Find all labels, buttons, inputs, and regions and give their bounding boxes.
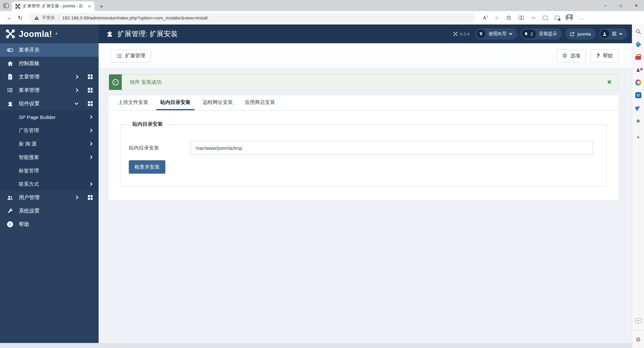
page-title-text: 扩展管理: 扩展安装 bbox=[117, 29, 178, 39]
alert-message: 组件 安装成功. bbox=[130, 79, 163, 85]
sidebar-subitem-banners[interactable]: 广告管理 bbox=[0, 124, 99, 137]
new-tab-button[interactable]: ＋ bbox=[99, 3, 104, 9]
grid-icon[interactable] bbox=[88, 101, 93, 106]
favorite-star-icon[interactable]: ☆ bbox=[492, 13, 502, 22]
outlook-icon[interactable]: O bbox=[632, 89, 644, 102]
tab-close-icon[interactable]: × bbox=[87, 4, 92, 9]
sidebar-item-users[interactable]: 用户管理 bbox=[0, 191, 99, 204]
page-bottom-strip bbox=[0, 343, 632, 348]
sidebar-item-control-panel[interactable]: 控制面板 bbox=[0, 57, 99, 70]
window-maximize-button[interactable]: □ bbox=[613, 0, 629, 11]
joomla-version: 4.3.4 bbox=[453, 32, 470, 37]
sidebar-item-system[interactable]: 系统设置 bbox=[0, 204, 99, 218]
help-label: 帮助 bbox=[603, 53, 613, 59]
list-icon bbox=[116, 53, 122, 59]
url-field[interactable]: 不安全 | 192.168.0.99/administrator/index.p… bbox=[29, 13, 475, 22]
wrench-icon bbox=[7, 208, 13, 214]
extension-manager-button[interactable]: 扩展管理 bbox=[111, 50, 151, 62]
sidebar-item-components[interactable]: 组件设置 bbox=[0, 97, 99, 110]
sidebar-item-label: 文章管理 bbox=[19, 73, 40, 80]
grid-icon[interactable] bbox=[88, 74, 93, 79]
header-actions: 4.3.4 使用向导 2 安装提示 bbox=[453, 28, 627, 40]
check-and-install-button[interactable]: 检查并安装 bbox=[129, 160, 165, 174]
shopping-icon[interactable] bbox=[632, 38, 644, 51]
tools-icon[interactable] bbox=[632, 51, 644, 63]
preview-site-button[interactable]: joomla bbox=[565, 28, 596, 40]
sidebar-subitem-smart-search[interactable]: 智能搜索 bbox=[0, 151, 99, 164]
sidebar-item-menu-toggle[interactable]: 菜单开关 bbox=[0, 43, 99, 57]
refresh-button[interactable]: ↻ bbox=[15, 14, 25, 21]
tab-list-button[interactable] bbox=[0, 0, 12, 11]
puzzle-icon bbox=[7, 101, 13, 107]
window-close-button[interactable]: ✕ bbox=[629, 0, 644, 11]
alert-close-icon[interactable]: × bbox=[607, 78, 611, 86]
chevron-down-icon bbox=[619, 32, 623, 35]
sidebar-subitem-news-feeds[interactable]: 新 闻 源 bbox=[0, 137, 99, 151]
tab-install-from-web[interactable]: 应用商店安装 bbox=[241, 96, 279, 110]
favorites-bar-icon[interactable]: ☆ ≡ bbox=[528, 13, 538, 22]
microsoft-365-icon[interactable] bbox=[632, 76, 644, 89]
chevron-right-icon bbox=[74, 88, 78, 92]
screenshot-icon[interactable]: ✂ bbox=[632, 314, 644, 327]
install-folder-label: 站内目录安装 bbox=[129, 145, 191, 151]
post-install-messages-button[interactable]: 2 安装提示 bbox=[521, 28, 561, 40]
sidebar-subitem-contacts[interactable]: 联系方式 bbox=[0, 177, 99, 191]
sidebar-subitem-sp-page-builder[interactable]: SP Page Builder bbox=[0, 110, 99, 124]
help-button[interactable]: ? 帮助 bbox=[591, 50, 619, 62]
grid-icon[interactable] bbox=[88, 195, 93, 200]
joomla-header: 扩展管理: 扩展安装 4.3.4 使用向导 bbox=[99, 24, 632, 43]
sidebar-settings-icon[interactable]: ⚙ bbox=[632, 333, 644, 346]
split-screen-icon[interactable] bbox=[516, 13, 526, 22]
messages-count-badge: 2 bbox=[530, 32, 533, 37]
list-icon bbox=[7, 87, 13, 93]
search-icon[interactable] bbox=[632, 25, 644, 38]
app-region: Joomla! ® 菜单开关 控制面板 文章管理 bbox=[0, 24, 644, 348]
tab-install-from-folder[interactable]: 站内目录安装 bbox=[156, 96, 195, 110]
tab-title: 扩展管理: 扩展安装 - joomla - 后 bbox=[23, 3, 85, 9]
info-icon bbox=[7, 221, 13, 227]
fieldset-legend: 站内目录安装 bbox=[129, 121, 166, 127]
add-sidebar-item-icon[interactable]: ＋ bbox=[632, 130, 644, 143]
sidebar-subitem-tags[interactable]: 标签管理 bbox=[0, 164, 99, 177]
install-folder-input[interactable] bbox=[191, 141, 593, 155]
sidebar-item-articles[interactable]: 文章管理 bbox=[0, 70, 99, 83]
user-icon bbox=[600, 30, 609, 38]
sidebar-item-label: 控制面板 bbox=[19, 60, 40, 67]
read-aloud-icon[interactable]: A bbox=[480, 13, 490, 22]
window-minimize-button[interactable]: ─ bbox=[598, 0, 613, 11]
grid-icon[interactable] bbox=[88, 88, 93, 93]
sidebar-item-help[interactable]: 帮助 bbox=[0, 218, 99, 231]
drop-icon[interactable] bbox=[632, 102, 644, 114]
browser-address-bar: ← ↻ 不安全 | 192.168.0.99/administrator/ind… bbox=[0, 11, 644, 24]
user-menu-button[interactable]: 我 bbox=[599, 28, 628, 40]
back-button[interactable]: ← bbox=[4, 14, 15, 21]
sidebar-item-label: 用户管理 bbox=[19, 194, 40, 201]
joomla-logo[interactable]: Joomla! ® bbox=[0, 24, 99, 43]
browser-essentials-icon[interactable] bbox=[552, 13, 562, 22]
profile-avatar[interactable] bbox=[564, 13, 574, 22]
collections-icon[interactable] bbox=[540, 13, 550, 22]
tab-install-from-url[interactable]: 远程网址安装 bbox=[199, 96, 237, 110]
guided-tour-label: 使用向导 bbox=[488, 31, 506, 37]
browser-tab[interactable]: 扩展管理: 扩展安装 - joomla - 后 × bbox=[12, 1, 95, 11]
extensions-icon[interactable] bbox=[504, 13, 514, 22]
options-button[interactable]: ⚙ 选项 bbox=[556, 50, 586, 62]
tag-glyph bbox=[635, 41, 641, 47]
edge-sidebar-bottom: ✂ ⚙ bbox=[632, 314, 644, 348]
guided-tour-button[interactable]: 使用向导 bbox=[475, 28, 517, 40]
form-row: 站内目录安装 bbox=[129, 141, 593, 155]
question-icon: ? bbox=[596, 53, 600, 59]
toolbar-right: ⚙ 选项 ? 帮助 bbox=[556, 50, 619, 62]
tab-upload-package[interactable]: 上传文件安装 bbox=[114, 96, 152, 110]
sidebar-item-menus[interactable]: 菜单管理 bbox=[0, 83, 99, 97]
sidebar-item-label: 系统设置 bbox=[19, 208, 40, 215]
browser-menu-icon[interactable]: … bbox=[576, 13, 586, 22]
edge-sidebar: ♟ O ♣ ＋ ✂ ⚙ bbox=[632, 24, 644, 348]
window-controls: ─ □ ✕ bbox=[598, 0, 644, 11]
games-icon[interactable]: ♟ bbox=[632, 63, 644, 76]
tree-icon[interactable]: ♣ bbox=[632, 114, 644, 127]
sidebar-subitem-label: SP Page Builder bbox=[19, 114, 56, 120]
browser-essentials-glyph bbox=[555, 16, 559, 20]
bell-icon bbox=[524, 32, 528, 36]
sidebar-item-label: 帮助 bbox=[19, 221, 29, 228]
